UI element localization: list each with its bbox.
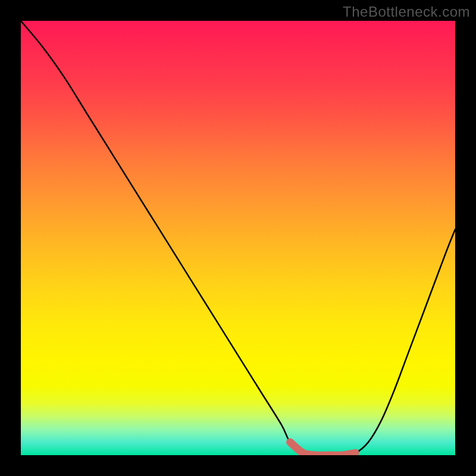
chart-stage: TheBottleneck.com	[0, 0, 476, 476]
bottleneck-curve	[21, 21, 455, 455]
curve-layer	[21, 21, 455, 455]
trough-marker	[290, 442, 355, 455]
watermark-text: TheBottleneck.com	[343, 4, 470, 20]
